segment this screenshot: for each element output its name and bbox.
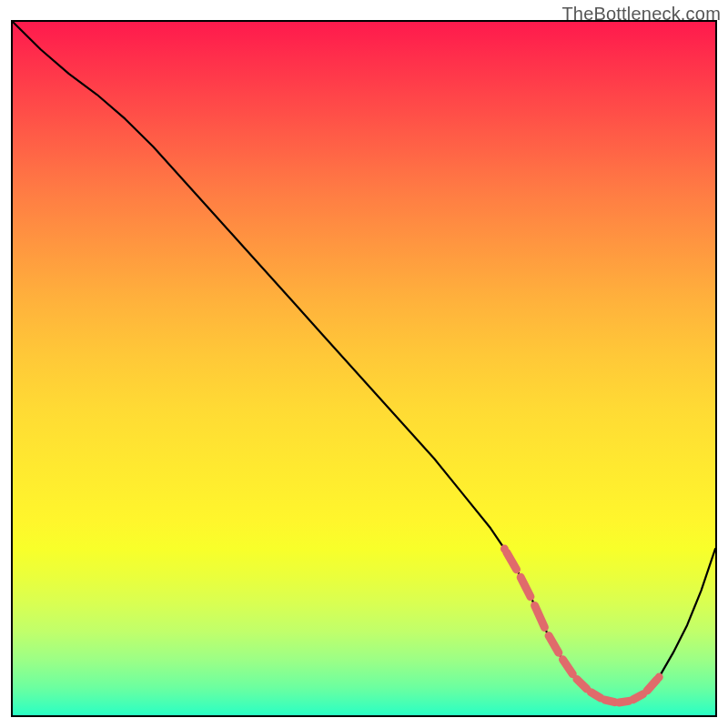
curve-layer <box>13 22 715 715</box>
bead-segment <box>619 701 629 703</box>
plot-area <box>11 20 717 717</box>
bead-segment <box>605 700 615 703</box>
bottleneck-chart: TheBottleneck.com <box>0 0 728 728</box>
bead-end <box>655 673 663 682</box>
highlight-beads <box>500 545 663 703</box>
bead-segment <box>549 636 559 653</box>
bead-segment <box>562 660 572 674</box>
bead-segment <box>535 605 545 627</box>
watermark-text: TheBottleneck.com <box>561 4 721 25</box>
bead-segment <box>633 694 643 700</box>
bead-segment <box>521 577 531 596</box>
bottleneck-curve-path <box>13 22 715 703</box>
bead-segment <box>647 680 657 691</box>
bead-segment <box>591 693 601 698</box>
bead-end <box>500 545 509 553</box>
bead-segment <box>507 552 517 570</box>
bead-segment <box>577 679 587 689</box>
